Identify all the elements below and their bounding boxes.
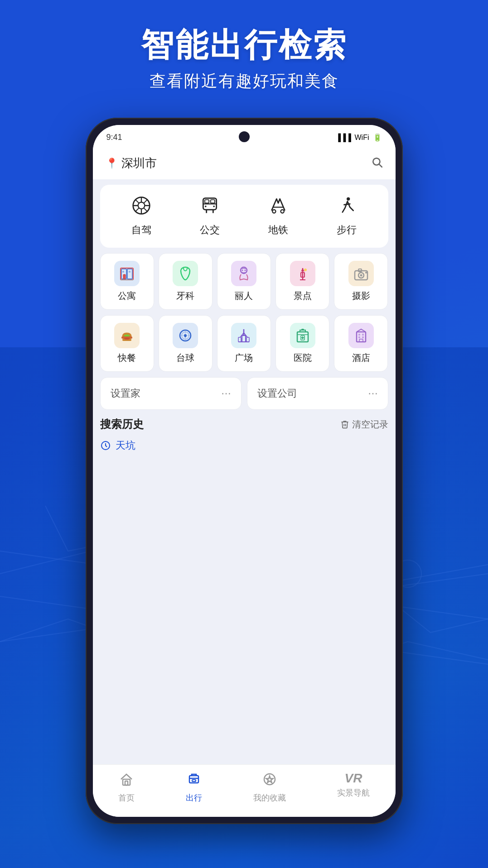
svg-rect-40 bbox=[127, 269, 132, 279]
apartment-label: 公寓 bbox=[118, 290, 136, 302]
svg-point-61 bbox=[124, 338, 130, 340]
vr-nav-label: 实景导航 bbox=[337, 787, 370, 798]
svg-rect-68 bbox=[242, 336, 246, 342]
history-header: 搜索历史 清空记录 bbox=[100, 417, 388, 432]
svg-point-52 bbox=[304, 269, 307, 271]
category-item-billiard[interactable]: 9 台球 bbox=[159, 315, 213, 372]
header-section: 智能出行检索 查看附近有趣好玩和美食 bbox=[0, 27, 488, 92]
photo-icon bbox=[348, 261, 374, 286]
svg-line-15 bbox=[379, 164, 382, 167]
set-company-label: 设置公司 bbox=[257, 387, 297, 400]
category-item-hospital[interactable]: 医院 bbox=[275, 315, 329, 372]
svg-rect-83 bbox=[362, 336, 364, 338]
clear-label: 清空记录 bbox=[352, 418, 388, 431]
status-icons: ▐▐▐ WiFi 🔋 bbox=[336, 133, 382, 142]
svg-line-24 bbox=[144, 199, 148, 203]
history-title: 搜索历史 bbox=[100, 417, 144, 432]
bottom-nav: 首页 出行 bbox=[93, 764, 396, 817]
beauty-label: 丽人 bbox=[235, 290, 253, 302]
svg-rect-87 bbox=[125, 781, 128, 785]
history-item-text: 天坑 bbox=[116, 439, 135, 452]
company-more-icon[interactable]: ⋯ bbox=[368, 388, 378, 399]
svg-rect-41 bbox=[123, 274, 126, 279]
svg-rect-71 bbox=[238, 337, 241, 342]
dental-icon bbox=[173, 261, 198, 286]
search-icon-button[interactable] bbox=[371, 156, 383, 171]
location-display: 📍 深圳市 bbox=[106, 155, 157, 171]
svg-rect-79 bbox=[357, 332, 366, 342]
svg-rect-42 bbox=[129, 271, 130, 273]
svg-line-22 bbox=[135, 199, 139, 203]
battery-icon: 🔋 bbox=[373, 133, 382, 142]
vr-nav-icon: VR bbox=[345, 772, 362, 785]
hospital-icon bbox=[290, 323, 315, 348]
plaza-label: 广场 bbox=[235, 352, 253, 364]
location-pin-icon: 📍 bbox=[106, 158, 118, 169]
svg-rect-28 bbox=[205, 200, 209, 203]
trash-icon bbox=[340, 420, 349, 429]
svg-rect-86 bbox=[123, 779, 130, 785]
category-item-apartment[interactable]: 公寓 bbox=[100, 253, 154, 310]
svg-line-25 bbox=[135, 208, 139, 212]
walk-icon bbox=[337, 196, 357, 219]
fastfood-label: 快餐 bbox=[118, 352, 136, 364]
transport-section: 自驾 公 bbox=[100, 185, 388, 248]
svg-rect-90 bbox=[192, 780, 196, 782]
category-item-beauty[interactable]: 丽人 bbox=[217, 253, 271, 310]
svg-rect-82 bbox=[358, 336, 360, 338]
walk-label: 步行 bbox=[337, 223, 357, 237]
svg-rect-43 bbox=[122, 271, 124, 273]
category-item-dental[interactable]: 牙科 bbox=[159, 253, 213, 310]
hotel-icon bbox=[348, 323, 374, 348]
svg-rect-81 bbox=[362, 334, 364, 336]
clear-history-button[interactable]: 清空记录 bbox=[340, 418, 388, 431]
driving-icon bbox=[131, 196, 151, 219]
svg-point-32 bbox=[205, 206, 207, 207]
attraction-icon bbox=[290, 261, 315, 286]
svg-rect-72 bbox=[246, 337, 249, 342]
wifi-icon: WiFi bbox=[355, 134, 369, 142]
svg-point-55 bbox=[360, 274, 362, 277]
sub-title: 查看附近有趣好玩和美食 bbox=[0, 70, 488, 92]
category-item-photo[interactable]: 摄影 bbox=[334, 253, 388, 310]
bus-icon bbox=[200, 196, 220, 219]
category-item-attraction[interactable]: 景点 bbox=[275, 253, 329, 310]
transport-item-metro[interactable]: 地铁 bbox=[268, 196, 288, 237]
svg-text:9: 9 bbox=[184, 334, 187, 338]
set-home-button[interactable]: 设置家 ⋯ bbox=[100, 377, 242, 410]
home-more-icon[interactable]: ⋯ bbox=[221, 388, 231, 399]
nav-item-favorites[interactable]: 我的收藏 bbox=[253, 772, 286, 803]
nav-item-vr[interactable]: VR 实景导航 bbox=[337, 772, 370, 803]
history-section: 搜索历史 清空记录 bbox=[100, 417, 388, 764]
beauty-icon bbox=[231, 261, 256, 286]
category-item-fastfood[interactable]: 快餐 bbox=[100, 315, 154, 372]
category-item-hotel[interactable]: 酒店 bbox=[334, 315, 388, 372]
category-item-plaza[interactable]: 广场 bbox=[217, 315, 271, 372]
nav-item-home[interactable]: 首页 bbox=[118, 772, 135, 803]
svg-line-23 bbox=[144, 208, 148, 212]
set-home-label: 设置家 bbox=[111, 387, 140, 400]
billiard-icon: 9 bbox=[173, 323, 198, 348]
svg-marker-92 bbox=[266, 776, 273, 783]
phone-inner: 9:41 ▐▐▐ WiFi 🔋 📍 深圳市 bbox=[93, 125, 396, 817]
transport-item-bus[interactable]: 公交 bbox=[200, 196, 220, 237]
travel-nav-icon bbox=[187, 772, 201, 790]
quick-actions: 设置家 ⋯ 设置公司 ⋯ bbox=[100, 377, 388, 410]
search-bar[interactable]: 📍 深圳市 bbox=[93, 150, 396, 179]
history-item[interactable]: 天坑 bbox=[100, 439, 388, 452]
driving-label: 自驾 bbox=[131, 223, 151, 237]
metro-icon bbox=[268, 196, 288, 219]
svg-point-60 bbox=[124, 335, 130, 336]
svg-point-36 bbox=[281, 210, 284, 213]
signal-icon: ▐▐▐ bbox=[336, 134, 351, 142]
time-display: 9:41 bbox=[106, 133, 122, 142]
billiard-label: 台球 bbox=[176, 352, 194, 364]
nav-item-travel[interactable]: 出行 bbox=[186, 772, 202, 803]
attraction-label: 景点 bbox=[294, 290, 312, 302]
set-company-button[interactable]: 设置公司 ⋯ bbox=[247, 377, 388, 410]
transport-item-walk[interactable]: 步行 bbox=[337, 196, 357, 237]
clock-icon bbox=[100, 440, 111, 451]
dental-label: 牙科 bbox=[176, 290, 194, 302]
category-grid-row2: 快餐 9 台球 bbox=[100, 315, 388, 372]
transport-item-driving[interactable]: 自驾 bbox=[131, 196, 151, 237]
